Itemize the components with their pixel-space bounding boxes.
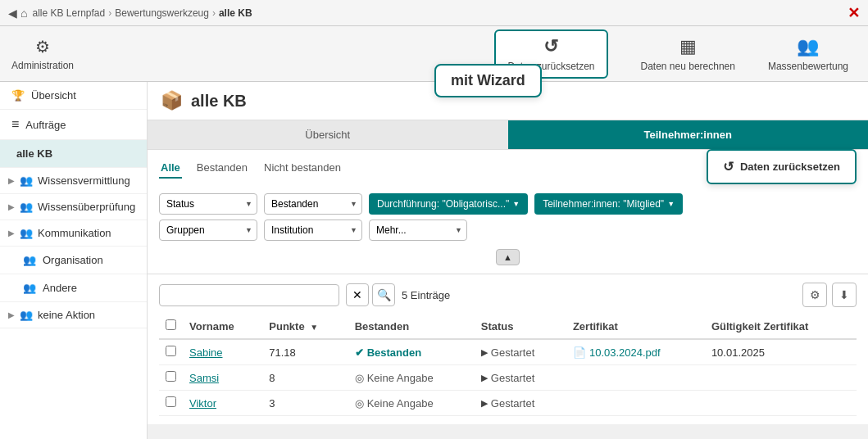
- teilnehmerinnen-filter-label: Teilnehmer:innen: "Mitglied": [543, 198, 664, 210]
- tab-teilnehmerinnen[interactable]: Teilnehmer:innen: [508, 120, 869, 149]
- cert-2: [566, 365, 705, 391]
- play-icon-3: ▶: [481, 398, 488, 409]
- keine-aktion-icon: 👥: [20, 309, 33, 321]
- select-all-checkbox[interactable]: [166, 319, 176, 330]
- breadcrumb-link-2[interactable]: Bewertungswerkzeug: [115, 7, 209, 19]
- table-row: Samsi 8 ◎ Keine Angabe ▶ Gestartet: [159, 365, 857, 391]
- cert-icon-1: 📄: [573, 346, 586, 359]
- play-icon-1: ▶: [481, 347, 488, 358]
- daten-neu-berechnen-label: Daten neu berechnen: [641, 61, 735, 72]
- gueltigkeit-2: [705, 365, 857, 391]
- andere-label: Andere: [43, 282, 77, 294]
- back-icon[interactable]: ◀: [8, 7, 17, 20]
- keine-icon-3: ◎: [355, 397, 364, 410]
- search-input[interactable]: [159, 284, 339, 306]
- sub-tab-bestanden[interactable]: Bestanden: [195, 158, 249, 179]
- content-area: 📦 alle KB Übersicht Teilnehmer:innen All…: [148, 82, 868, 439]
- breadcrumb-current: alle KB: [219, 7, 252, 19]
- keine-aktion-label: keine Aktion: [38, 309, 95, 321]
- tab-uebersicht[interactable]: Übersicht: [148, 120, 508, 149]
- daten-popup[interactable]: ↺ Daten zurücksetzen: [707, 149, 857, 184]
- daten-popup-label: Daten zurücksetzen: [740, 161, 840, 173]
- massenbewertung-button[interactable]: 👥 Massenbewertung: [768, 36, 848, 72]
- admin-button[interactable]: ⚙ Administration: [11, 37, 74, 71]
- table-row: Sabine 71.18 ✔ Bestanden ▶ Gestartet 📄 1…: [159, 339, 857, 365]
- bestanden-status-1: ✔ Bestanden: [355, 346, 468, 359]
- sidebar-group-wissensueberpruefung[interactable]: ▶ 👥 Wissensüberprüfung: [0, 194, 147, 220]
- massenbewertung-icon: 👥: [797, 36, 819, 57]
- wizard-bubble: mit Wizard: [434, 64, 542, 97]
- sidebar-item-auftraege[interactable]: ≡ Aufträge: [0, 110, 147, 140]
- durchfuehrung-filter-btn[interactable]: Durchführung: "Obligatorisc..." ▼: [369, 193, 528, 215]
- bestanden-filter[interactable]: Bestanden: [264, 193, 362, 215]
- vorname-link-1[interactable]: Sabine: [189, 346, 222, 359]
- search-row: ✕ 🔍 5 Einträge ⚙ ⬇: [159, 283, 857, 307]
- sidebar-item-alle-kb[interactable]: alle KB: [0, 140, 147, 168]
- vorname-link-2[interactable]: Samsi: [189, 372, 219, 384]
- punkte-1: 71.18: [262, 339, 348, 365]
- alle-kb-label: alle KB: [16, 147, 52, 160]
- page-title: alle KB: [191, 92, 247, 111]
- status-filter-wrap: Status: [159, 193, 257, 215]
- gueltigkeit-1: 10.01.2025: [705, 339, 857, 365]
- search-button[interactable]: 🔍: [372, 283, 395, 306]
- col-punkte[interactable]: Punkte ▼: [262, 314, 348, 339]
- wissensvermittlung-label: Wissensvermittlung: [38, 174, 130, 187]
- gruppen-filter[interactable]: Gruppen: [159, 220, 257, 241]
- durchfuehrung-label: Durchführung: "Obligatorisc...": [377, 198, 509, 210]
- mehr-filter[interactable]: Mehr...: [369, 220, 467, 241]
- settings-button[interactable]: ⚙: [802, 283, 827, 307]
- wissensueberpruefung-label: Wissensüberprüfung: [38, 201, 135, 213]
- institution-filter[interactable]: Institution: [264, 220, 362, 241]
- clear-search-button[interactable]: ✕: [346, 283, 369, 306]
- punkte-2: 8: [262, 365, 348, 391]
- uebersicht-label: Übersicht: [31, 89, 76, 102]
- col-status: Status: [475, 314, 566, 339]
- play-icon-2: ▶: [481, 373, 488, 383]
- content-title-icon: 📦: [161, 90, 183, 111]
- breadcrumb: alle KB Lernpfad › Bewertungswerkzeug › …: [32, 7, 252, 19]
- sidebar-group-kommunikation[interactable]: ▶ 👥 Kommunikation: [0, 220, 147, 247]
- daten-popup-icon: ↺: [723, 159, 734, 174]
- auftraege-label: Aufträge: [25, 119, 66, 131]
- table-area: ✕ 🔍 5 Einträge ⚙ ⬇ Vorname Punkte ▼ Best…: [148, 274, 868, 424]
- status-filter[interactable]: Status: [159, 193, 257, 215]
- vorname-link-3[interactable]: Viktor: [189, 397, 216, 410]
- entries-count: 5 Einträge: [402, 289, 450, 301]
- gestartet-status-3: ▶ Gestartet: [481, 397, 560, 410]
- daten-neu-berechnen-button[interactable]: ▦ Daten neu berechnen: [641, 36, 735, 72]
- collapse-button[interactable]: ▲: [496, 249, 520, 265]
- andere-icon: 👥: [23, 282, 36, 294]
- cert-link-1[interactable]: 📄 10.03.2024.pdf: [573, 346, 698, 359]
- durchfuehrung-arrow: ▼: [512, 200, 520, 208]
- gruppen-filter-wrap: Gruppen: [159, 220, 257, 241]
- row-checkbox-2[interactable]: [166, 371, 176, 382]
- wissensueberpruefung-icon: 👥: [20, 201, 33, 213]
- breadcrumb-sep-2: ›: [212, 7, 216, 19]
- download-button[interactable]: ⬇: [832, 283, 857, 307]
- data-table: Vorname Punkte ▼ Bestanden Status Zertif…: [159, 314, 857, 416]
- col-gueltigkeit: Gültigkeit Zertifikat: [705, 314, 857, 339]
- teilnehmerinnen-filter-btn[interactable]: Teilnehmer:innen: "Mitglied" ▼: [534, 193, 683, 215]
- sidebar-item-organisation[interactable]: 👥 Organisation: [0, 247, 147, 274]
- sidebar-group-keine-aktion[interactable]: ▶ 👥 keine Aktion: [0, 302, 147, 328]
- row-checkbox-1[interactable]: [166, 346, 176, 356]
- col-zertifikat: Zertifikat: [566, 314, 705, 339]
- sub-tab-nicht-bestanden[interactable]: Nicht bestanden: [262, 158, 343, 179]
- gestartet-status-2: ▶ Gestartet: [481, 372, 560, 384]
- sidebar-item-uebersicht[interactable]: 🏆 Übersicht: [0, 82, 147, 110]
- home-icon[interactable]: ⌂: [20, 7, 27, 20]
- top-bar: ◀ ⌂ alle KB Lernpfad › Bewertungswerkzeu…: [0, 0, 868, 26]
- breadcrumb-sep-1: ›: [108, 7, 111, 19]
- sidebar-item-andere[interactable]: 👥 Andere: [0, 274, 147, 302]
- breadcrumb-link-1[interactable]: alle KB Lernpfad: [32, 7, 105, 19]
- keine-icon-2: ◎: [355, 372, 364, 384]
- bestanden-icon-1: ✔: [355, 346, 364, 359]
- punkte-3: 3: [262, 391, 348, 416]
- sidebar-group-wissensvermittlung[interactable]: ▶ 👥 Wissensvermittlung: [0, 168, 147, 194]
- col-bestanden: Bestanden: [348, 314, 475, 339]
- sub-tab-alle[interactable]: Alle: [159, 158, 182, 179]
- close-button[interactable]: ✕: [848, 4, 860, 22]
- uebersicht-icon: 🏆: [11, 89, 25, 102]
- row-checkbox-3[interactable]: [166, 396, 176, 407]
